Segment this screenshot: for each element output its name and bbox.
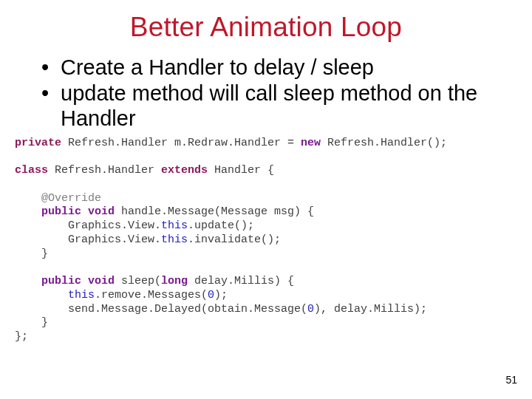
keyword-void: void [81, 205, 115, 218]
annotation-override: @Override [41, 192, 101, 205]
code-text: } [41, 248, 48, 260]
keyword-class: class [15, 164, 48, 177]
number-literal: 0 [307, 303, 314, 316]
keyword-this: this [161, 219, 188, 232]
list-item: Create a Handler to delay / sleep [41, 55, 501, 80]
code-text: ), delay.Millis); [314, 303, 427, 316]
keyword-void: void [81, 275, 115, 287]
code-text: .invalidate(); [188, 233, 281, 246]
code-text: Refresh.Handler(); [321, 137, 447, 149]
bullet-list: Create a Handler to delay / sleep update… [0, 55, 532, 132]
list-item: update method will call sleep method on … [41, 81, 501, 131]
page-number: 51 [505, 374, 517, 386]
keyword-private: private [15, 137, 61, 149]
code-text: }; [15, 330, 28, 343]
code-block: private Refresh.Handler m.Redraw.Handler… [0, 132, 532, 344]
slide-title: Better Animation Loop [0, 0, 532, 43]
code-text: Graphics.View. [68, 233, 161, 246]
keyword-extends: extends [161, 164, 208, 177]
code-text: Handler { [208, 164, 274, 177]
code-text: sleep( [115, 275, 161, 287]
keyword-new: new [301, 137, 321, 149]
code-text: send.Message.Delayed(obtain.Message( [68, 303, 307, 316]
code-text: delay.Millis) { [188, 275, 294, 287]
code-text: handle.Message(Message msg) { [115, 205, 314, 218]
code-text: } [41, 316, 48, 329]
keyword-this: this [68, 289, 95, 301]
keyword-public: public [41, 275, 81, 287]
code-text: .update(); [188, 219, 254, 232]
keyword-public: public [41, 205, 81, 218]
code-text: Refresh.Handler [48, 164, 161, 177]
code-text: ); [214, 289, 228, 301]
code-text: .remove.Messages( [95, 289, 208, 301]
keyword-long: long [161, 275, 188, 287]
keyword-this: this [161, 233, 188, 246]
slide: Better Animation Loop Create a Handler t… [0, 0, 532, 399]
number-literal: 0 [208, 289, 214, 301]
code-text: Refresh.Handler m.Redraw.Handler = [61, 137, 301, 149]
code-text: Graphics.View. [68, 219, 161, 232]
